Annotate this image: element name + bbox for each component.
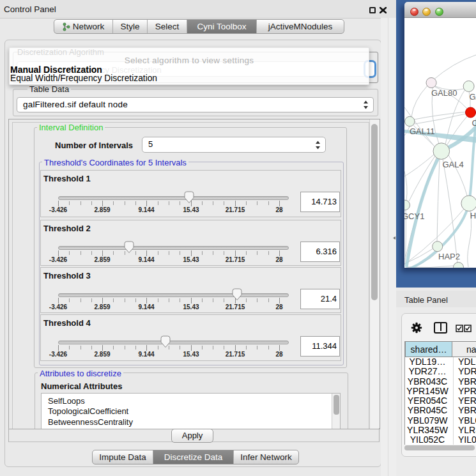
svg-text:HAP2: HAP2 (438, 252, 460, 261)
svg-text:HIS7: HIS7 (470, 211, 476, 220)
svg-text:GAL80: GAL80 (431, 88, 457, 98)
svg-text:GCY1: GCY1 (404, 211, 424, 221)
svg-text:CY: CY (472, 118, 476, 128)
svg-text:GAL11: GAL11 (410, 127, 435, 136)
svg-text:GAL2: GAL2 (470, 92, 476, 102)
svg-text:GAL4: GAL4 (443, 160, 464, 169)
